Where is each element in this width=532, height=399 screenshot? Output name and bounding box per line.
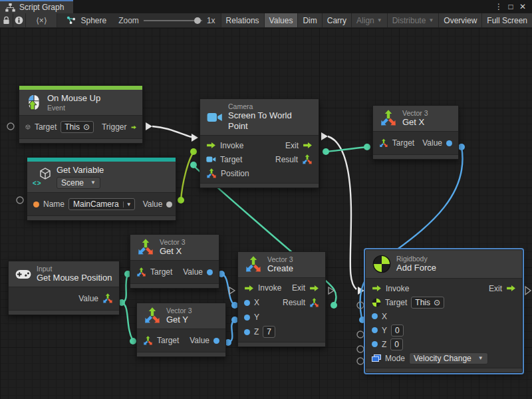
wire-result-to-getx[interactable] (326, 147, 367, 152)
zoom-slider-handle[interactable] (194, 17, 201, 24)
info-icon (15, 16, 23, 25)
node-footer (366, 368, 522, 372)
node-title: Get Variable (57, 165, 104, 176)
chevron-down-icon: ▼ (90, 178, 96, 188)
port-addforce-z[interactable] (357, 346, 364, 352)
port-trigger-out[interactable] (146, 122, 152, 130)
mode-dropdown[interactable]: Velocity Change ▼ (409, 352, 488, 364)
vector3-icon (206, 168, 217, 179)
port-onmouseup-target[interactable] (7, 123, 14, 130)
node-vector3-create[interactable]: Vector 3 Create Invoke Exit X Result (237, 251, 326, 347)
node-on-mouse-up[interactable]: On Mouse Up Event Target This ⊙ Trigger (19, 85, 143, 144)
target-object-field[interactable]: This ⊙ (61, 121, 94, 133)
node-category: Rigidbody (396, 255, 436, 263)
trigger-label: Trigger (102, 122, 127, 132)
maximize-icon[interactable]: □ (505, 2, 516, 11)
port-getx-top-target[interactable] (364, 144, 370, 150)
node-get-x-mid[interactable]: Vector 3 Get X Target Value (130, 234, 219, 289)
port-camera-position[interactable] (190, 162, 197, 168)
wire-mouse-to-getx[interactable] (122, 275, 128, 303)
port-camera-result[interactable] (323, 148, 329, 155)
y-value-field[interactable]: 0 (391, 325, 404, 336)
chevron-down-icon: ▼ (377, 17, 382, 23)
chevron-down-icon: ▼ (123, 201, 134, 207)
carry-button[interactable]: Carry (322, 13, 351, 27)
float-port-icon (372, 327, 378, 333)
port-camera-target[interactable] (190, 148, 197, 155)
port-create-invoke[interactable] (229, 287, 235, 294)
graph-breadcrumb[interactable]: Sphere (57, 13, 113, 27)
code-preview-button[interactable]: ⟨×⟩ (26, 13, 57, 27)
wire-exit-to-addforce[interactable] (328, 136, 356, 289)
zoom-slider[interactable] (144, 20, 202, 21)
wire-gety-to-create-y[interactable] (228, 321, 234, 342)
vector3-icon (143, 336, 153, 346)
rigidbody-port-icon (372, 298, 381, 307)
node-header: Vector 3 Get Y (137, 303, 225, 329)
target-label: Target (35, 122, 57, 132)
angle-x-icon: ⟨×⟩ (36, 16, 47, 25)
graph-canvas[interactable]: On Mouse Up Event Target This ⊙ Trigger (0, 28, 532, 399)
node-get-mouse-position[interactable]: Input Get Mouse Position Value (8, 261, 120, 315)
dim-button[interactable]: Dim (297, 13, 321, 27)
node-add-force[interactable]: Rigidbody Add Force Invoke Exit (365, 249, 523, 373)
object-picker-icon[interactable]: ⊙ (83, 122, 90, 132)
port-camera-invoke[interactable] (192, 134, 198, 142)
tab-script-graph[interactable]: Script Graph (0, 0, 73, 13)
wire-trigger-to-invoke[interactable] (152, 126, 192, 137)
node-footer (19, 138, 142, 143)
graph-icon (5, 3, 15, 12)
node-footer (9, 310, 119, 315)
node-get-variable[interactable]: <> Get Variable Scene ▼ Name MainCamera (27, 157, 176, 221)
node-title: Get X (160, 246, 186, 257)
object-picker-icon[interactable]: ⊙ (434, 297, 440, 308)
z-value-field[interactable]: 0 (390, 338, 403, 350)
node-header: Rigidbody Add Force (366, 250, 522, 279)
zoom-label: Zoom (118, 16, 139, 25)
port-addforce-exit[interactable] (525, 287, 531, 295)
port-addforce-mode[interactable] (357, 358, 364, 364)
float-port-icon (372, 313, 378, 319)
window-controls: ⋮ □ ✕ (493, 0, 532, 13)
values-button[interactable]: Values (264, 13, 298, 27)
vector3-icon (379, 138, 388, 148)
port-addforce-y[interactable] (357, 331, 364, 338)
lock-button[interactable] (0, 13, 13, 27)
align-button[interactable]: Align▼ (351, 13, 387, 27)
wire-mouse-to-gety[interactable] (122, 303, 133, 340)
full-screen-button[interactable]: Full Screen (481, 13, 532, 27)
port-getx-top-value[interactable] (458, 144, 465, 150)
node-get-y[interactable]: Vector 3 Get Y Target Value (136, 303, 226, 357)
variable-name-select[interactable]: MainCamera ▼ (68, 198, 135, 210)
port-variable-name[interactable] (17, 197, 23, 203)
wire-variable-to-target[interactable] (181, 152, 194, 200)
port-gety-target[interactable] (130, 338, 136, 344)
vector3-icon (137, 239, 154, 256)
distribute-button[interactable]: Distribute▼ (387, 13, 439, 27)
node-screen-to-world-point[interactable]: Camera Screen To World Point Invoke Exit (200, 98, 319, 188)
invoke-label: Invoke (386, 284, 409, 293)
inspect-button[interactable] (13, 13, 27, 27)
node-category: Camera (228, 102, 312, 110)
vector3-icon (245, 256, 262, 273)
node-title: Get Mouse Position (37, 273, 112, 283)
close-icon[interactable]: ✕ (517, 2, 528, 11)
rigidbody-icon (372, 255, 391, 273)
variable-scope-dropdown[interactable]: Scene ▼ (57, 177, 100, 189)
target-object-field[interactable]: This ⊙ (411, 297, 444, 309)
gameobject-cube-icon (25, 122, 31, 132)
relations-button[interactable]: Relations (221, 13, 264, 27)
kebab-menu-icon[interactable]: ⋮ (493, 2, 504, 11)
node-get-x-top[interactable]: Vector 3 Get X Target Value (372, 105, 459, 160)
exit-label: Exit (285, 141, 299, 150)
port-variable-value[interactable] (178, 197, 184, 203)
overview-button[interactable]: Overview (438, 13, 481, 27)
exit-label: Exit (489, 284, 502, 293)
port-create-result[interactable] (331, 302, 337, 309)
target-label: Target (220, 155, 242, 164)
value-label: Value (143, 200, 163, 209)
port-camera-exit[interactable] (321, 132, 328, 140)
node-footer (373, 154, 458, 159)
z-value-field[interactable]: 7 (263, 326, 275, 338)
value-label: Value (183, 267, 203, 277)
